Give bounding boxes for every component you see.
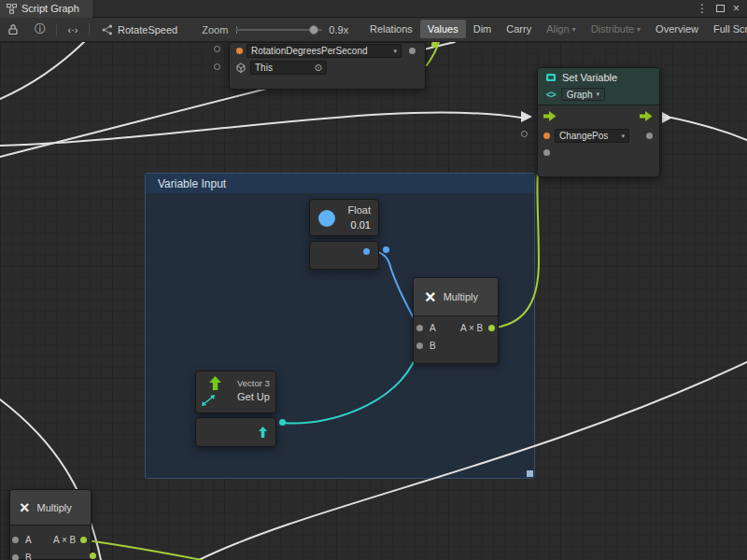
vector-move-icon (202, 395, 215, 406)
script-graph-window: Script Graph ⋮ × ⓘ ‹·› RotateSpeed Zoom … (0, 0, 747, 560)
dim-label: Dim (473, 23, 492, 35)
port-value-input[interactable] (236, 48, 243, 54)
node-title: Multiply (37, 502, 72, 513)
port-b-input[interactable] (12, 554, 19, 560)
port-value-output[interactable] (646, 133, 653, 139)
toolbar-buttons: Relations Values Dim Carry Align▾ Distri… (362, 18, 747, 40)
variable-name: RotationDegreesPerSecond (251, 46, 368, 56)
relations-label: Relations (370, 23, 413, 35)
group-header[interactable]: Variable Input (146, 174, 534, 193)
carry-label: Carry (506, 23, 531, 35)
node-multiply-bottom[interactable]: × Multiply A A × B B (9, 489, 92, 560)
port-unconnected-input[interactable] (214, 46, 220, 52)
port-result-output[interactable] (80, 537, 87, 543)
target-object-field[interactable]: This ⊙ (250, 61, 327, 75)
variable-kind-dropdown[interactable]: Graph ▾ (561, 88, 605, 101)
close-icon[interactable]: × (733, 3, 740, 14)
port-a-input[interactable] (12, 537, 19, 543)
chevron-down-icon: ▾ (596, 91, 599, 98)
multiply-icon: × (425, 287, 436, 306)
node-set-variable[interactable]: Set Variable <> Graph ▾ ChangePos ▾ (537, 67, 660, 177)
multiply-header: × Multiply (414, 278, 498, 316)
node-title: Get Up (237, 391, 270, 402)
group-resize-handle[interactable] (527, 470, 533, 477)
wire-end-lime-bottom[interactable] (90, 553, 96, 559)
float-type-icon (318, 210, 335, 227)
code-preview-icon[interactable]: ‹·› (65, 24, 80, 35)
node-get-up[interactable]: Vector 3 Get Up (195, 371, 276, 413)
dim-button[interactable]: Dim (466, 20, 500, 38)
relations-button[interactable]: Relations (362, 20, 420, 38)
set-variable-header: Set Variable <> Graph ▾ (538, 68, 659, 105)
variable-name-dropdown[interactable]: RotationDegreesPerSecond ▾ (247, 44, 402, 58)
toolbar-separator (89, 23, 90, 36)
flow-output-arrow-icon[interactable] (640, 111, 653, 121)
float-value[interactable]: 0.01 (351, 219, 371, 231)
port-value-input[interactable] (543, 149, 550, 156)
info-icon[interactable]: ⓘ (33, 21, 48, 37)
changepos-label: ChangePos (559, 131, 608, 141)
zoom-slider[interactable] (236, 24, 322, 35)
fullscreen-label: Full Screen (713, 23, 747, 35)
variable-icon (545, 72, 557, 83)
node-title: Float (348, 204, 371, 216)
titlebar: Script Graph ⋮ × (0, 0, 747, 18)
overview-label: Overview (655, 23, 698, 35)
distribute-label: Distribute (591, 23, 634, 35)
zoom-slider-knob[interactable] (309, 25, 318, 35)
port-b-input[interactable] (416, 343, 423, 349)
distribute-button[interactable]: Distribute▾ (584, 20, 648, 38)
port-result-label: A × B (53, 534, 76, 546)
wire-joint-blue[interactable] (383, 246, 389, 253)
values-label: Values (428, 23, 458, 35)
changepos-dropdown[interactable]: ChangePos ▾ (555, 129, 629, 143)
carry-button[interactable]: Carry (499, 20, 539, 38)
graph-breadcrumb[interactable]: RotateSpeed (102, 24, 177, 35)
align-label: Align (546, 23, 569, 35)
wire-end-lime-top[interactable] (431, 41, 438, 48)
port-a-label: A (430, 322, 436, 334)
lock-icon[interactable] (6, 23, 21, 35)
graph-toolbar: ⓘ ‹·› RotateSpeed Zoom 0.9x Relations Va… (0, 18, 747, 42)
align-button[interactable]: Align▾ (539, 20, 583, 38)
port-name-input[interactable] (543, 133, 550, 139)
kind-label: Graph (567, 90, 593, 100)
overview-button[interactable]: Overview (648, 20, 706, 38)
port-result-output[interactable] (488, 325, 495, 331)
toolbar-separator (56, 23, 57, 36)
multiply-header: × Multiply (10, 490, 91, 525)
gameobject-cube-icon (235, 62, 247, 74)
port-setvariable-external-input[interactable] (521, 131, 528, 137)
flow-input-arrow-icon[interactable] (543, 111, 557, 121)
multiply-icon: × (20, 499, 30, 516)
port-value-output[interactable] (409, 48, 416, 54)
port-b-label: B (25, 552, 32, 560)
kebab-menu-icon[interactable]: ⋮ (697, 3, 708, 14)
node-float-footer[interactable] (309, 241, 379, 270)
node-title: Set Variable (562, 72, 617, 83)
node-rotation-variable[interactable]: RotationDegreesPerSecond ▾ This ⊙ (229, 42, 426, 90)
zoom-label: Zoom (202, 24, 228, 35)
chevron-down-icon: ▾ (618, 133, 625, 140)
graph-kind-icon: <> (546, 90, 556, 100)
tab-script-graph[interactable]: Script Graph (0, 0, 92, 18)
port-getup-output[interactable] (279, 419, 286, 426)
object-picker-icon[interactable]: ⊙ (315, 63, 322, 73)
port-float-output[interactable] (363, 248, 370, 255)
node-get-up-footer[interactable] (195, 417, 276, 447)
tab-title: Script Graph (21, 3, 79, 14)
target-label: This (255, 63, 273, 73)
values-button[interactable]: Values (420, 20, 466, 38)
node-multiply[interactable]: × Multiply A A × B B (413, 277, 499, 364)
port-a-input[interactable] (416, 325, 423, 331)
maximize-icon[interactable] (716, 5, 725, 12)
port-unconnected-input[interactable] (214, 63, 220, 70)
fullscreen-button[interactable]: Full Screen (706, 20, 747, 38)
chevron-down-icon: ▾ (637, 25, 641, 34)
port-b-label: B (430, 340, 436, 352)
chevron-down-icon: ▾ (390, 48, 397, 55)
titlebar-controls: ⋮ × (697, 3, 747, 14)
node-title: Multiply (444, 291, 478, 302)
up-arrow-icon (208, 376, 222, 390)
node-float-literal[interactable]: Float 0.01 (309, 199, 379, 236)
